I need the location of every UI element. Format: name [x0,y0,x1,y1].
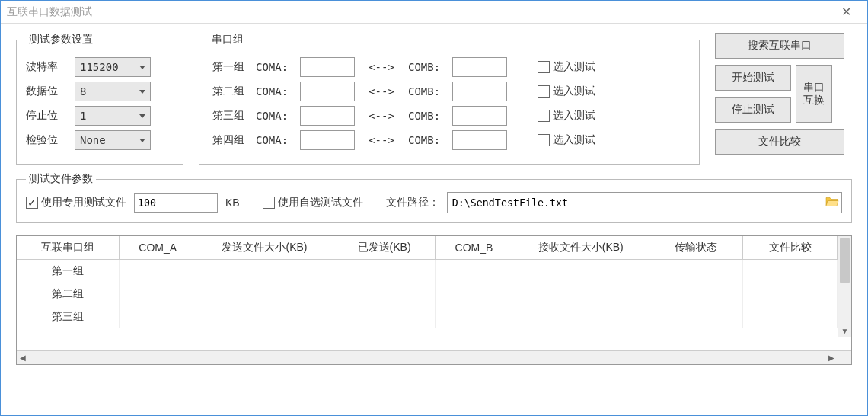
coma-label: COMA: [256,110,292,122]
col-header-group[interactable]: 互联串口组 [17,236,120,260]
select-test-label: 选入测试 [553,60,595,74]
results-table-container: 互联串口组 COM_A 发送文件大小(KB) 已发送(KB) COM_B 接收文… [16,235,852,365]
group4-label: 第四组 [209,133,248,147]
serial-groups-fieldset: 串口组 第一组 COMA: <--> COMB: 选入测试 第二组 COMA: [199,33,700,165]
serial-row-4: 第四组 COMA: <--> COMB: 选入测试 [209,130,690,150]
group3-coma-input[interactable] [300,106,355,126]
comb-label: COMB: [408,134,445,146]
test-params-legend: 测试参数设置 [26,33,96,46]
group3-label: 第三组 [209,109,248,123]
app-window: 互联串口数据测试 ✕ 测试参数设置 波特率 115200 数据位 8 停止位 1 [0,0,868,416]
group3-select-checkbox[interactable]: 选入测试 [538,109,595,123]
titlebar: 互联串口数据测试 ✕ [1,1,867,24]
file-path-input[interactable] [447,192,842,213]
group2-coma-input[interactable] [300,82,355,101]
swap-serial-button[interactable]: 串口互换 [796,65,832,123]
group1-comb-input[interactable] [452,57,507,77]
select-test-label: 选入测试 [553,133,595,147]
col-header-sent[interactable]: 已发送(KB) [333,236,436,260]
baudrate-label: 波特率 [26,60,69,74]
group4-comb-input[interactable] [452,130,507,150]
table-row[interactable]: 第三组 [17,306,838,328]
checkbox-icon [538,134,550,146]
results-table: 互联串口组 COM_A 发送文件大小(KB) 已发送(KB) COM_B 接收文… [17,236,838,328]
col-header-status[interactable]: 传输状态 [649,236,743,260]
group2-comb-input[interactable] [452,82,507,101]
serial-groups-legend: 串口组 [209,33,247,46]
browse-folder-button[interactable] [825,196,839,210]
arrow-icon: <--> [362,134,400,146]
use-custom-label: 使用自选测试文件 [278,196,363,210]
scroll-thumb[interactable] [840,238,850,283]
scroll-right-icon: ▶ [825,351,838,364]
databits-select[interactable]: 8 [75,82,151,101]
window-title: 互联串口数据测试 [7,5,831,19]
scroll-left-icon: ◀ [17,351,29,364]
checkbox-icon [26,197,38,209]
cell-group: 第一组 [17,260,120,283]
col-header-coma[interactable]: COM_A [120,236,196,260]
col-header-send-size[interactable]: 发送文件大小(KB) [196,236,333,260]
vertical-scrollbar[interactable]: ▲ ▼ [838,236,851,337]
baudrate-select[interactable]: 115200 [75,57,151,77]
group1-select-checkbox[interactable]: 选入测试 [538,60,595,74]
coma-label: COMA: [256,61,292,73]
search-serial-button[interactable]: 搜索互联串口 [715,33,844,59]
arrow-icon: <--> [362,61,400,73]
use-dedicated-label: 使用专用测试文件 [41,196,126,210]
cell-group: 第二组 [17,283,120,306]
test-params-fieldset: 测试参数设置 波特率 115200 数据位 8 停止位 1 检验位 None [16,33,183,165]
checkbox-icon [538,85,550,98]
checkbox-icon [538,110,550,122]
test-file-legend: 测试文件参数 [26,172,96,186]
comb-label: COMB: [408,85,445,98]
serial-row-3: 第三组 COMA: <--> COMB: 选入测试 [209,106,690,126]
file-size-unit: KB [225,197,240,209]
serial-row-1: 第一组 COMA: <--> COMB: 选入测试 [209,57,690,77]
content-area: 测试参数设置 波特率 115200 数据位 8 停止位 1 检验位 None [1,24,867,374]
stop-test-button[interactable]: 停止测试 [715,97,791,123]
arrow-icon: <--> [362,85,400,98]
col-header-compare[interactable]: 文件比较 [743,236,838,260]
group4-select-checkbox[interactable]: 选入测试 [538,133,595,147]
coma-label: COMA: [256,85,292,98]
folder-open-icon [825,196,839,208]
table-row[interactable]: 第二组 [17,283,838,306]
scroll-down-icon: ▼ [838,325,851,337]
parity-select[interactable]: None [75,130,151,150]
checkbox-icon [263,197,275,209]
file-size-input[interactable] [134,193,218,213]
close-icon: ✕ [841,5,851,19]
serial-row-2: 第二组 COMA: <--> COMB: 选入测试 [209,82,690,101]
group1-label: 第一组 [209,60,248,74]
checkbox-icon [538,61,550,73]
table-row[interactable]: 第一组 [17,260,838,283]
close-button[interactable]: ✕ [831,1,861,24]
test-file-fieldset: 测试文件参数 使用专用测试文件 KB 使用自选测试文件 文件路径： [16,172,852,223]
databits-label: 数据位 [26,85,69,98]
col-header-comb[interactable]: COM_B [436,236,512,260]
col-header-recv-size[interactable]: 接收文件大小(KB) [512,236,649,260]
parity-label: 检验位 [26,133,69,147]
stopbits-label: 停止位 [26,109,69,123]
stopbits-select[interactable]: 1 [75,106,151,126]
use-dedicated-file-checkbox[interactable]: 使用专用测试文件 [26,196,126,210]
comb-label: COMB: [408,61,445,73]
comb-label: COMB: [408,110,445,122]
group2-label: 第二组 [209,85,248,98]
scroll-corner [838,350,851,364]
group2-select-checkbox[interactable]: 选入测试 [538,85,595,98]
group1-coma-input[interactable] [300,57,355,77]
horizontal-scrollbar[interactable]: ◀ ▶ [17,350,838,364]
coma-label: COMA: [256,134,292,146]
start-test-button[interactable]: 开始测试 [715,65,791,91]
file-path-label: 文件路径： [386,196,439,210]
action-buttons: 搜索互联串口 开始测试 停止测试 串口互换 文件比较 [715,33,852,155]
group3-comb-input[interactable] [452,106,507,126]
arrow-icon: <--> [362,110,400,122]
cell-group: 第三组 [17,306,120,328]
select-test-label: 选入测试 [553,109,595,123]
use-custom-file-checkbox[interactable]: 使用自选测试文件 [263,196,363,210]
group4-coma-input[interactable] [300,130,355,150]
file-compare-button[interactable]: 文件比较 [715,129,844,155]
